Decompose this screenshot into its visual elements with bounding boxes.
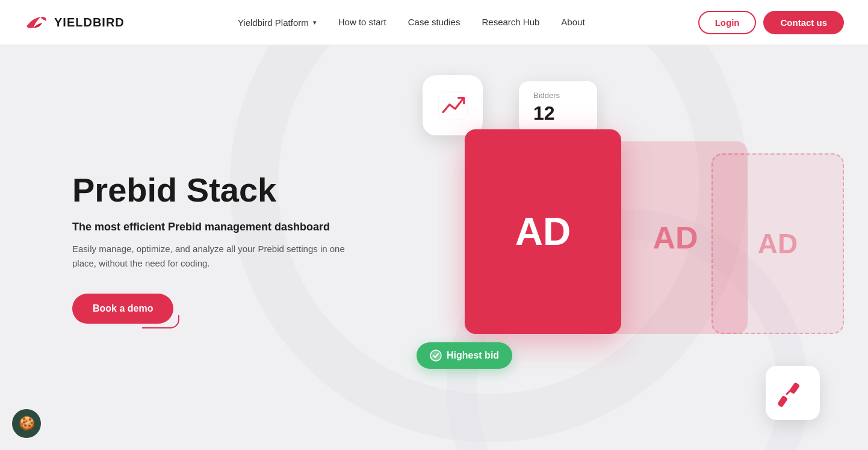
hero-description: Easily manage, optimize, and analyze all… xyxy=(72,242,349,271)
cookie-icon: 🍪 xyxy=(19,416,35,431)
nav-item-how-to-start[interactable]: How to start xyxy=(338,17,386,28)
nav-item-case-studies[interactable]: Case studies xyxy=(408,17,460,28)
hero-title: Prebid Stack xyxy=(72,171,349,209)
check-circle-icon xyxy=(430,350,442,362)
hero-subtitle: The most efficient Prebid management das… xyxy=(72,221,349,233)
svg-rect-4 xyxy=(778,395,788,407)
main-ad-text: AD xyxy=(515,209,571,254)
nav-links: Yieldbird Platform ▾ How to start Case s… xyxy=(238,17,585,28)
highest-bid-label: Highest bid xyxy=(447,350,499,361)
nav-item-platform[interactable]: Yieldbird Platform ▾ xyxy=(238,17,317,28)
cookie-button[interactable]: 🍪 xyxy=(12,409,41,438)
nav-actions: Login Contact us xyxy=(698,11,844,34)
login-button[interactable]: Login xyxy=(698,11,757,34)
svg-rect-3 xyxy=(789,382,801,394)
chevron-down-icon: ▾ xyxy=(313,19,317,26)
hero-section: Prebid Stack The most efficient Prebid m… xyxy=(0,45,868,450)
logo-text: YIELDBIRD xyxy=(54,16,125,29)
highest-bid-badge: Highest bid xyxy=(417,342,512,369)
mid-ad-text: AD xyxy=(653,220,698,256)
logo[interactable]: YIELDBIRD xyxy=(24,13,125,31)
bidders-label: Bidders xyxy=(533,91,583,100)
book-demo-button[interactable]: Book a demo xyxy=(72,294,173,324)
right-ad-card: AD xyxy=(711,153,844,334)
logo-bird-icon xyxy=(24,13,48,31)
bidders-card: Bidders 12 xyxy=(519,81,597,134)
right-ad-text: AD xyxy=(758,227,798,260)
navbar: YIELDBIRD Yieldbird Platform ▾ How to st… xyxy=(0,0,868,45)
analytics-card xyxy=(423,75,483,135)
hero-content: Prebid Stack The most efficient Prebid m… xyxy=(0,171,349,324)
svg-point-2 xyxy=(430,350,441,361)
nav-item-about[interactable]: About xyxy=(561,17,584,28)
trending-up-icon xyxy=(436,89,470,122)
contact-button[interactable]: Contact us xyxy=(763,11,844,34)
nav-item-research-hub[interactable]: Research Hub xyxy=(482,17,539,28)
bidders-value: 12 xyxy=(533,102,583,125)
main-ad-card: AD xyxy=(465,129,621,334)
svg-rect-1 xyxy=(438,91,467,120)
gavel-card xyxy=(766,366,820,420)
hero-illustration: Bidders 12 AD AD AD Highest bid xyxy=(386,45,868,450)
gavel-icon xyxy=(778,378,807,407)
